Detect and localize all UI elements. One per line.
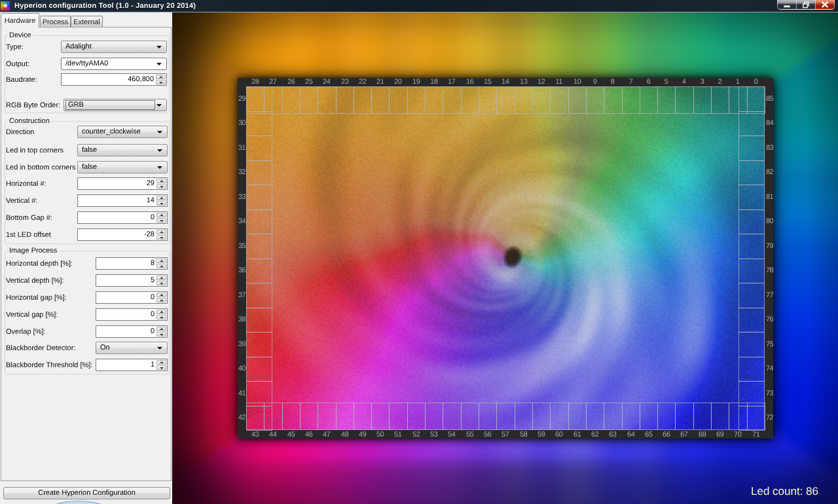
- led-number-43: 43: [246, 431, 264, 439]
- maximize-button[interactable]: [796, 0, 816, 10]
- spinbox-value[interactable]: 460,800: [128, 74, 154, 85]
- spin-up-button[interactable]: [156, 276, 166, 280]
- spin-up-button[interactable]: [156, 259, 166, 263]
- combobox-value: On: [100, 342, 110, 353]
- spinbox-blackborder-threshold[interactable]: 1: [96, 359, 168, 371]
- spinbox-value[interactable]: 0: [151, 326, 155, 337]
- spinbox-horizontal-gap[interactable]: 0: [96, 291, 168, 304]
- led-number-47: 47: [318, 431, 335, 439]
- spin-buttons: [156, 230, 166, 240]
- spinbox-horizontal[interactable]: 29: [77, 177, 168, 190]
- spinbox-vertical-depth[interactable]: 5: [96, 274, 168, 287]
- spinbox-value[interactable]: -28: [144, 229, 155, 240]
- restore-icon: [797, 0, 815, 9]
- led-number-65: 65: [640, 431, 657, 439]
- combobox-led-in-top-corners[interactable]: false: [77, 144, 168, 156]
- led-cell-7: [622, 86, 640, 114]
- spinbox-value[interactable]: 0: [151, 309, 155, 320]
- led-cell-80: [738, 209, 765, 235]
- combobox-rgb-byte-order[interactable]: GRB: [64, 99, 167, 111]
- led-number-2: 2: [711, 78, 729, 86]
- led-number-72: 72: [765, 414, 774, 422]
- led-cell-26: [282, 86, 301, 114]
- spinbox-1st-led-offset[interactable]: -28: [77, 228, 168, 241]
- minimize-button[interactable]: [777, 0, 797, 10]
- led-cell-85: [738, 86, 765, 112]
- spin-up-button[interactable]: [156, 196, 166, 200]
- led-number-30: 30: [238, 119, 246, 127]
- spinbox-value[interactable]: 29: [147, 178, 155, 189]
- led-cell-17: [443, 86, 461, 114]
- combobox-output[interactable]: /dev/ttyAMA0: [61, 58, 167, 70]
- close-button[interactable]: [815, 0, 835, 10]
- spinbox-value[interactable]: 5: [151, 275, 155, 286]
- tab-process[interactable]: Process: [40, 16, 71, 27]
- led-number-21: 21: [371, 78, 389, 86]
- led-cell-52: [407, 403, 426, 430]
- spin-up-button[interactable]: [156, 327, 166, 331]
- led-number-55: 55: [461, 431, 479, 439]
- spin-down-button[interactable]: [156, 235, 166, 240]
- spin-up-button[interactable]: [156, 179, 166, 183]
- spin-down-button[interactable]: [156, 298, 166, 302]
- led-number-42: 42: [238, 414, 246, 422]
- led-cell-75: [738, 332, 765, 357]
- spinbox-value[interactable]: 1: [151, 359, 155, 370]
- spin-up-button[interactable]: [156, 360, 166, 365]
- led-cell-46: [300, 403, 318, 430]
- spin-up-button[interactable]: [156, 230, 166, 234]
- spinbox-value[interactable]: 14: [147, 195, 155, 206]
- spinbox-baudrate[interactable]: 460,800: [61, 73, 167, 86]
- led-number-77: 77: [765, 291, 774, 299]
- tab-external[interactable]: External: [71, 16, 103, 27]
- tab-hardware[interactable]: Hardware: [1, 13, 39, 27]
- led-number-51: 51: [389, 431, 407, 439]
- spin-buttons: [156, 259, 166, 268]
- combobox-value: Adalight: [65, 41, 92, 52]
- spin-up-button[interactable]: [156, 293, 166, 297]
- spin-down-button[interactable]: [156, 264, 166, 268]
- led-number-44: 44: [264, 431, 282, 439]
- spin-buttons: [156, 196, 166, 206]
- dropdown-arrow-icon: [157, 131, 162, 134]
- spin-down-icon: [160, 186, 164, 188]
- spin-down-button[interactable]: [156, 332, 166, 336]
- spin-up-button[interactable]: [156, 213, 166, 217]
- spin-down-icon: [160, 317, 164, 319]
- spin-down-icon: [160, 203, 164, 205]
- led-number-7: 7: [622, 78, 640, 86]
- led-cell-41: [246, 381, 272, 406]
- led-number-27: 27: [264, 78, 282, 86]
- spinbox-vertical-gap[interactable]: 0: [96, 308, 168, 321]
- spinbox-value[interactable]: 8: [151, 258, 155, 269]
- spinbox-bottom-gap[interactable]: 0: [77, 211, 168, 224]
- create-configuration-button[interactable]: Create Hyperion Configuration: [3, 487, 170, 499]
- led-number-22: 22: [354, 78, 371, 86]
- spin-down-button[interactable]: [156, 365, 166, 370]
- led-number-40: 40: [238, 365, 246, 372]
- combobox-direction[interactable]: counter_clockwise: [77, 126, 168, 138]
- spin-down-button[interactable]: [156, 184, 166, 189]
- spin-up-button[interactable]: [156, 310, 166, 314]
- combobox-type[interactable]: Adalight: [61, 41, 167, 53]
- led-number-23: 23: [336, 78, 354, 86]
- spin-down-button[interactable]: [156, 80, 166, 84]
- led-number-39: 39: [238, 340, 246, 348]
- led-cell-33: [246, 185, 272, 210]
- spinbox-vertical[interactable]: 14: [77, 194, 168, 207]
- spinbox-horizontal-depth[interactable]: 8: [96, 257, 168, 270]
- spinbox-value[interactable]: 0: [151, 212, 155, 223]
- dial-widget-peek[interactable]: [45, 501, 113, 504]
- spin-buttons: [156, 310, 166, 319]
- spinbox-value[interactable]: 0: [151, 292, 155, 303]
- spin-down-button[interactable]: [156, 201, 166, 206]
- spin-up-button[interactable]: [156, 75, 166, 79]
- spin-down-button[interactable]: [156, 281, 166, 285]
- combobox-led-in-bottom-corners[interactable]: false: [77, 161, 168, 173]
- spin-down-icon: [159, 82, 163, 84]
- field-label: Direction: [6, 128, 34, 136]
- combobox-blackborder-detector[interactable]: On: [96, 342, 168, 354]
- spinbox-overlap[interactable]: 0: [96, 325, 168, 338]
- spin-down-button[interactable]: [156, 315, 166, 319]
- spin-down-button[interactable]: [156, 218, 166, 223]
